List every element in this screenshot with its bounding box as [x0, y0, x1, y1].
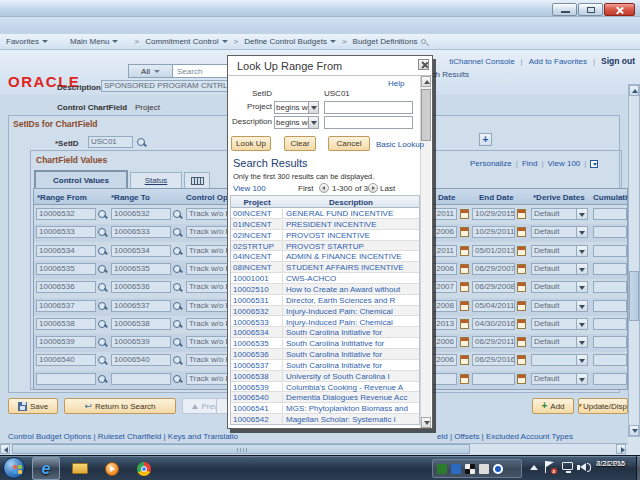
project-cell[interactable]: 10001001 [231, 274, 283, 284]
description-cell[interactable]: Director, Earth Sciences and R [283, 296, 419, 306]
basic-lookup-link[interactable]: Basic Lookup [376, 140, 424, 149]
range-from-field[interactable]: 10006534 [36, 245, 96, 257]
range-from-field[interactable]: 10006532 [36, 208, 96, 220]
cumulative-field[interactable] [593, 373, 627, 385]
project-operator-select[interactable]: begins with [274, 101, 319, 114]
range-to-field[interactable]: 10006540 [111, 354, 171, 366]
action-center-icon[interactable] [546, 461, 554, 467]
taskbar-explorer-button[interactable] [66, 457, 94, 480]
lookup-icon[interactable] [173, 338, 182, 347]
system-tray[interactable] [432, 459, 522, 478]
end-date-field[interactable]: 05/04/2011 [472, 300, 515, 312]
add-row-button[interactable]: + [479, 133, 492, 146]
multichannel-console-link[interactable]: tiChannel Console [449, 57, 514, 66]
show-hidden-icons-button[interactable] [530, 465, 538, 470]
result-row[interactable]: 10006532Injury-Induced Pain: Chemical [231, 306, 419, 317]
lookup-icon[interactable] [173, 302, 182, 311]
lookup-icon[interactable] [98, 247, 107, 256]
clear-button[interactable]: Clear [284, 136, 316, 151]
project-cell[interactable]: 10006531 [231, 296, 283, 306]
footer-links-right[interactable]: eld | Offsets | Excluded Account Types [437, 432, 573, 441]
result-row[interactable]: 10001001CWS-ACHCO [231, 273, 419, 284]
lookup-icon[interactable] [173, 265, 182, 274]
derive-dates-select[interactable]: Default [531, 373, 588, 385]
calendar-icon[interactable] [517, 264, 526, 274]
setid-lookup-icon[interactable] [137, 138, 146, 147]
look-up-button[interactable]: Look Up [231, 136, 271, 151]
scrollbar-thumb[interactable] [629, 271, 639, 321]
project-cell[interactable]: 10006540 [231, 393, 283, 403]
range-to-field[interactable]: 10006535 [111, 263, 171, 275]
end-date-field[interactable]: 10/29/2015 [472, 208, 515, 220]
result-row[interactable]: 10006535South Carolina Inititative for [231, 338, 419, 349]
result-row[interactable]: 10006531Director, Earth Sciences and R [231, 295, 419, 306]
description-cell[interactable]: Columbia's Cooking - Revenue A [283, 383, 419, 393]
personalize-link[interactable]: Personalize [470, 159, 512, 168]
chevron-down-icon[interactable] [576, 209, 587, 219]
chevron-down-icon[interactable] [576, 355, 587, 365]
tab-control-values[interactable]: Control Values [34, 170, 128, 188]
scroll-right-button[interactable] [616, 444, 626, 454]
description-cell[interactable]: MGS: Phytoplankton Biomass and [283, 404, 419, 414]
breadcrumb-item-budget-definitions[interactable]: Budget Definitions [353, 37, 426, 46]
description-cell[interactable]: How to Create an Award without [283, 285, 419, 295]
lookup-icon[interactable] [173, 320, 182, 329]
range-from-field[interactable]: 10006536 [36, 281, 96, 293]
lookup-icon[interactable] [173, 210, 182, 219]
scrollbar-thumb[interactable] [12, 444, 470, 454]
volume-icon[interactable] [580, 463, 586, 471]
lookup-icon[interactable] [98, 283, 107, 292]
scroll-up-button[interactable] [421, 76, 431, 87]
breadcrumb-item-commitment-control[interactable]: Commitment Control [145, 37, 227, 46]
cumulative-field[interactable] [593, 354, 627, 366]
lookup-icon[interactable] [173, 283, 182, 292]
cumulative-field[interactable] [593, 226, 627, 238]
tab-show-all-columns[interactable] [184, 172, 210, 188]
description-cell[interactable]: CWS-ACHCO [283, 274, 419, 284]
description-cell[interactable]: GENERAL FUND INCENTIVE [283, 209, 419, 219]
result-row[interactable]: 08INCENTSTUDENT AFFAIRS INCENTIVE [231, 262, 419, 273]
return-to-search-button[interactable]: ↩Return to Search [64, 398, 176, 414]
result-row[interactable]: 10006538University of South Carolina I [231, 371, 419, 382]
derive-dates-select[interactable]: Default [531, 245, 588, 257]
restore-button[interactable] [578, 3, 603, 16]
find-link[interactable]: Find [522, 159, 538, 168]
calendar-icon[interactable] [517, 301, 526, 311]
tray-icon[interactable] [465, 464, 475, 474]
taskbar-ie-button[interactable]: e [32, 457, 60, 480]
result-row[interactable]: 10006536South Carolina Initiative for [231, 349, 419, 360]
derive-dates-select[interactable]: Default [531, 281, 588, 293]
taskbar-media-player-button[interactable] [98, 457, 126, 480]
cumulative-field[interactable] [593, 318, 627, 330]
cumulative-field[interactable] [593, 245, 627, 257]
description-cell[interactable]: South Carolina Initiative for [283, 361, 419, 371]
start-button[interactable] [3, 457, 25, 479]
end-date-field[interactable]: 06/29/2007 [472, 263, 515, 275]
description-cell[interactable]: PROVOST STARTUP [283, 242, 419, 252]
lookup-icon[interactable] [98, 265, 107, 274]
range-to-field[interactable] [111, 373, 171, 385]
show-desktop-button[interactable] [636, 456, 640, 480]
calendar-icon[interactable] [517, 246, 526, 256]
pagination-first[interactable]: First [298, 184, 314, 193]
result-row[interactable]: 10006539Columbia's Cooking - Revenue A [231, 382, 419, 393]
project-cell[interactable]: 10006534 [231, 328, 283, 338]
derive-dates-select[interactable]: Default [531, 208, 588, 220]
project-cell[interactable]: 10006537 [231, 361, 283, 371]
update-display-button[interactable]: Update/Disp [578, 398, 628, 414]
project-cell[interactable]: 10006532 [231, 307, 283, 317]
lookup-icon[interactable] [173, 247, 182, 256]
project-cell[interactable]: 02STRTUP [231, 242, 283, 252]
range-from-field[interactable]: 10006537 [36, 300, 96, 312]
chevron-down-icon[interactable] [576, 301, 587, 311]
breadcrumb-item-define-control-budgets[interactable]: Define Control Budgets [244, 37, 336, 46]
result-row[interactable]: 10002510How to Create an Award without [231, 284, 419, 295]
tray-icon[interactable] [493, 464, 503, 474]
project-cell[interactable]: 10006533 [231, 318, 283, 328]
tray-icon[interactable] [479, 464, 489, 474]
project-cell[interactable]: 02INCENT [231, 231, 283, 241]
calendar-icon[interactable] [517, 209, 526, 219]
description-cell[interactable]: Injury-Induced Pain: Chemical [283, 307, 419, 317]
range-from-field[interactable]: 10006533 [36, 226, 96, 238]
calendar-icon[interactable] [517, 337, 526, 347]
